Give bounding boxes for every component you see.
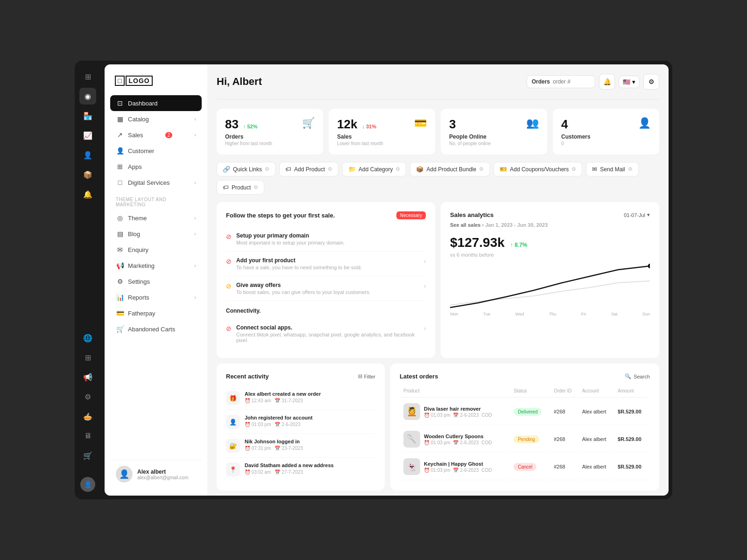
sidebar-item-customer[interactable]: 👤 Customer bbox=[110, 143, 202, 159]
order-name-2: Keychain | Happy Ghost bbox=[424, 461, 492, 467]
sidebar-item-apps[interactable]: ⊞ Apps bbox=[110, 159, 202, 175]
quick-link-quick-links[interactable]: 🔗 Quick Links ⚙ bbox=[217, 162, 275, 176]
bottom-grid: Follow the steps to get your first sale.… bbox=[217, 202, 659, 358]
stat-value-orders: 83 bbox=[225, 117, 239, 132]
apps-icon: ⊞ bbox=[116, 163, 124, 170]
header-actions: Orders 🔔 🇺🇸 ▾ ⚙ bbox=[527, 74, 659, 90]
order-search-wrapper[interactable]: Orders bbox=[527, 75, 595, 88]
order-time-0: ⏰ 01:03 pm 📅 2-6-2023 COD bbox=[424, 413, 492, 418]
order-time-1: ⏰ 01:03 pm 📅 2-6-2023 COD bbox=[424, 440, 492, 445]
rail-icon-gear[interactable]: ⚙ bbox=[79, 388, 96, 405]
analytics-title: Sales analytics bbox=[450, 211, 493, 218]
sidebar-item-digital-services[interactable]: □ Digital Services › bbox=[110, 175, 202, 190]
step-item-social[interactable]: ⊘ Connect social apps. Connect tiktok pi… bbox=[226, 319, 426, 349]
quick-link-product[interactable]: 🏷 Product ⚙ bbox=[217, 180, 264, 195]
product-settings-icon: ⚙ bbox=[254, 184, 258, 190]
step-name-4: Connect social apps. bbox=[236, 324, 419, 331]
marketing-icon: 📢 bbox=[116, 262, 124, 269]
chart-label-sun: Sun bbox=[642, 312, 650, 316]
sidebar-item-reports[interactable]: 📊 Reports › bbox=[110, 289, 202, 305]
rail-icon-dashboard[interactable]: ◉ bbox=[79, 88, 96, 105]
rail-icon-chart[interactable]: 📈 bbox=[79, 127, 96, 144]
order-time-2: ⏰ 01:03 pm 📅 2-6-2023 COD bbox=[424, 468, 492, 473]
settings-gear-button[interactable]: ⚙ bbox=[643, 74, 659, 90]
rail-user-avatar[interactable]: 👤 bbox=[80, 477, 95, 492]
sidebar-item-sales[interactable]: ↗ Sales 2 › bbox=[110, 127, 202, 143]
stat-card-orders: 83 ↑ 52% Orders Higher from last month 🛒 bbox=[217, 109, 323, 154]
analytics-header: Sales analytics 01-07-Jul ▾ bbox=[450, 211, 650, 218]
stat-value-people: 3 bbox=[449, 117, 456, 132]
rail-icon-pie[interactable]: 🥧 bbox=[79, 408, 96, 425]
rail-icon-home[interactable]: ⊞ bbox=[79, 68, 96, 85]
step-item-offers[interactable]: ⊘ Give away offers To boost sales, you c… bbox=[226, 276, 426, 301]
chart-labels: Mon Tue Wed Thu Fri Sat Sun bbox=[450, 312, 650, 316]
order-thumb-0: 💆 bbox=[403, 403, 420, 420]
sidebar-item-dashboard[interactable]: ⊡ Dashboard bbox=[110, 95, 202, 111]
activity-icon-0: 🎁 bbox=[226, 391, 240, 405]
order-row-2: 👻 Keychain | Happy Ghost ⏰ 01:03 pm 📅 2-… bbox=[401, 454, 649, 480]
marketing-arrow: › bbox=[194, 263, 196, 268]
steps-title: Follow the steps to get your first sale. bbox=[226, 212, 335, 219]
step-item-product[interactable]: ⊘ Add your first product To have a sale,… bbox=[226, 252, 426, 276]
rail-icon-grid[interactable]: ⊞ bbox=[79, 349, 96, 366]
search-input[interactable] bbox=[553, 78, 590, 85]
rail-icon-user[interactable]: 👤 bbox=[79, 147, 96, 163]
stat-sub-customers: 0 bbox=[561, 141, 591, 146]
necessary-badge: Necessary bbox=[396, 211, 426, 219]
step-arrow-2: › bbox=[424, 258, 426, 265]
sidebar-item-settings[interactable]: ⚙ Settings bbox=[110, 273, 202, 289]
filter-button[interactable]: ⊟ Filter bbox=[358, 373, 375, 379]
date-selector[interactable]: 01-07-Jul ▾ bbox=[624, 212, 650, 218]
activity-text-1: John registered for account bbox=[245, 415, 312, 420]
rail-icon-monitor[interactable]: 🖥 bbox=[79, 427, 96, 444]
quick-link-add-category[interactable]: 📁 Add Category ⚙ bbox=[342, 162, 406, 176]
stat-value-customers: 4 bbox=[561, 117, 568, 132]
rail-icon-store[interactable]: 🏪 bbox=[79, 107, 96, 124]
section-label: Theme Layout and Marketing bbox=[110, 190, 202, 210]
content-header: Hi, Albert Orders 🔔 🇺🇸 ▾ ⚙ bbox=[217, 74, 659, 90]
order-product-cell-2: 👻 Keychain | Happy Ghost ⏰ 01:03 pm 📅 2-… bbox=[403, 458, 507, 475]
sidebar-item-theme[interactable]: ◎ Theme › bbox=[110, 210, 202, 226]
order-id-2: #268 bbox=[551, 454, 578, 480]
sidebar-item-abandoned-carts[interactable]: 🛒 Abandoned Carts bbox=[110, 321, 202, 337]
order-id-0: #268 bbox=[551, 399, 578, 425]
sidebar-item-fatherpay[interactable]: 💳 Fatherpay bbox=[110, 305, 202, 321]
rail-icon-megaphone[interactable]: 📢 bbox=[79, 369, 96, 385]
step-item-domain[interactable]: ⊘ Setup your primary domain Most importa… bbox=[226, 227, 426, 252]
order-account-1: Alex albert bbox=[579, 426, 614, 453]
notification-bell-button[interactable]: 🔔 bbox=[599, 74, 615, 90]
stat-value-sales: 12k bbox=[337, 117, 357, 132]
quick-link-add-product[interactable]: 🏷 Add Product ⚙ bbox=[279, 162, 338, 176]
rail-icon-box[interactable]: 📦 bbox=[79, 166, 96, 183]
stat-sub-orders: Higher from last month bbox=[225, 141, 272, 146]
rail-icon-cart[interactable]: 🛒 bbox=[79, 447, 96, 464]
language-selector[interactable]: 🇺🇸 ▾ bbox=[619, 76, 640, 88]
orders-search-button[interactable]: 🔍 Search bbox=[625, 373, 650, 379]
rail-icon-bell[interactable]: 🔔 bbox=[79, 186, 96, 203]
sidebar-item-blog[interactable]: ▤ Blog › bbox=[110, 226, 202, 242]
activity-text-0: Alex albert created a new order bbox=[245, 391, 321, 397]
see-all-sales-link[interactable]: See all sales bbox=[450, 222, 480, 228]
activity-item-2: 🔐 Nik Johnson logged in ⏰ 07:31 pm 📅 23-… bbox=[226, 434, 375, 458]
sidebar-item-marketing[interactable]: 📢 Marketing › bbox=[110, 258, 202, 273]
blog-icon: ▤ bbox=[116, 230, 124, 238]
orders-card: Latest orders 🔍 Search Product Status Or… bbox=[390, 364, 659, 490]
step-name-1: Setup your primary domain bbox=[236, 232, 426, 239]
page-title: Hi, Albert bbox=[217, 76, 527, 88]
add-bundle-settings-icon: ⚙ bbox=[479, 166, 484, 172]
rail-icon-globe[interactable]: 🌐 bbox=[79, 329, 96, 346]
quick-link-send-mail[interactable]: ✉ Send Mail ⚙ bbox=[586, 162, 638, 176]
digital-icon: □ bbox=[116, 179, 124, 186]
step-arrow-4: › bbox=[424, 325, 426, 332]
sidebar-item-catalog[interactable]: ▦ Catalog › bbox=[110, 111, 202, 127]
quick-link-coupons[interactable]: 🎫 Add Coupons/Vouchers ⚙ bbox=[493, 162, 582, 176]
col-status: Status bbox=[511, 386, 550, 398]
quick-link-add-bundle[interactable]: 📦 Add Product Bundle ⚙ bbox=[410, 162, 490, 176]
lower-grid: Recent activity ⊟ Filter 🎁 Alex albert c… bbox=[217, 364, 659, 490]
step-desc-3: To boost sales, you can give offers to y… bbox=[236, 289, 419, 295]
activity-meta-3: ⏰ 03:02 am 📅 27-7-2023 bbox=[245, 469, 334, 475]
coupons-icon: 🎫 bbox=[500, 166, 507, 173]
sidebar-item-enquiry[interactable]: ✉ Enquiry bbox=[110, 242, 202, 258]
activity-icon-3: 📍 bbox=[226, 462, 240, 476]
order-id-1: #268 bbox=[551, 426, 578, 453]
